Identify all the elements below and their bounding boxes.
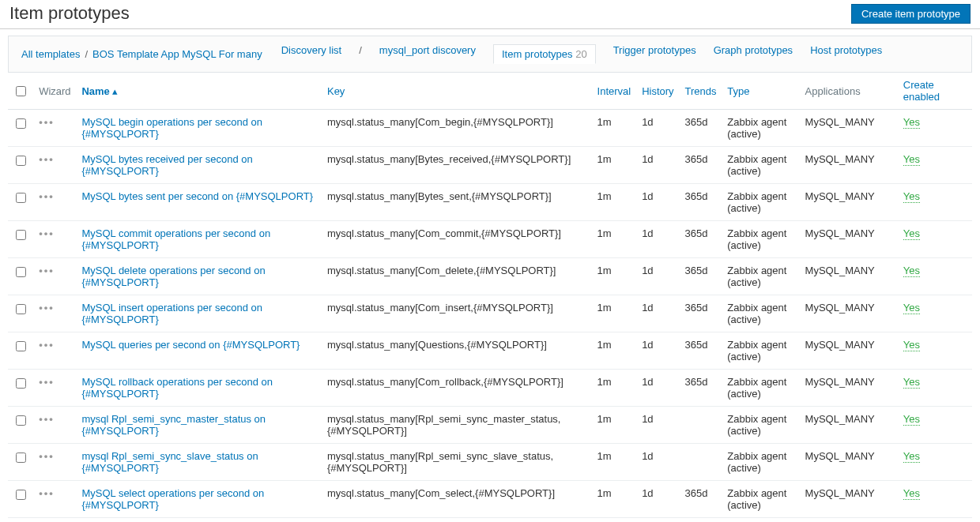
- row-checkbox[interactable]: [16, 193, 26, 203]
- row-name-link[interactable]: mysql Rpl_semi_sync_slave_status on {#MY…: [81, 450, 258, 474]
- row-checkbox[interactable]: [16, 267, 26, 277]
- col-name[interactable]: Name ▴: [81, 85, 118, 97]
- row-enabled-link[interactable]: Yes: [903, 265, 920, 277]
- row-wizard-icon[interactable]: •••: [39, 265, 55, 276]
- row-wizard-icon[interactable]: •••: [39, 450, 55, 462]
- row-name-link[interactable]: MySQL begin operations per second on {#M…: [81, 116, 262, 140]
- col-history[interactable]: History: [642, 85, 673, 97]
- row-wizard-icon[interactable]: •••: [39, 153, 55, 165]
- tab-host-prototypes[interactable]: Host prototypes: [810, 44, 882, 64]
- row-checkbox[interactable]: [16, 304, 26, 314]
- tab-item-prototypes-label: Item prototypes: [502, 48, 573, 60]
- table-row: ••• MySQL commit operations per second o…: [8, 221, 972, 258]
- row-wizard-icon[interactable]: •••: [39, 376, 55, 388]
- tab-discovery[interactable]: mysql_port discovery: [379, 44, 476, 64]
- row-applications: MySQL_MANY: [801, 481, 899, 518]
- tab-discovery-list[interactable]: Discovery list: [281, 44, 342, 64]
- breadcrumb-sep: /: [359, 44, 362, 64]
- create-item-prototype-button[interactable]: Create item prototype: [851, 4, 971, 24]
- row-checkbox[interactable]: [16, 341, 26, 351]
- row-interval: 1m: [593, 295, 638, 332]
- row-enabled-link[interactable]: Yes: [903, 116, 920, 129]
- row-trends: 365d: [680, 184, 722, 221]
- tab-item-prototypes[interactable]: Item prototypes 20: [493, 44, 596, 64]
- row-key: mysql.status_many[Com_commit,{#MYSQLPORT…: [322, 221, 593, 258]
- row-type: Zabbix agent (active): [722, 332, 800, 370]
- row-history: 1d: [637, 444, 680, 481]
- row-wizard-icon[interactable]: •••: [39, 227, 55, 239]
- row-key: mysql.status_many[Com_begin,{#MYSQLPORT}…: [322, 110, 593, 147]
- row-wizard-icon[interactable]: •••: [39, 190, 55, 202]
- col-trends[interactable]: Trends: [684, 85, 716, 97]
- select-all-checkbox[interactable]: [16, 86, 26, 96]
- row-name-link[interactable]: MySQL bytes sent per second on {#MYSQLPO…: [81, 190, 313, 202]
- row-enabled-link[interactable]: Yes: [903, 153, 920, 166]
- col-type[interactable]: Type: [727, 85, 749, 97]
- row-trends: 365d: [680, 332, 722, 370]
- row-history: 1d: [637, 147, 680, 184]
- row-wizard-icon[interactable]: •••: [39, 302, 55, 314]
- row-applications: MySQL_MANY: [801, 258, 899, 295]
- row-enabled-link[interactable]: Yes: [903, 339, 920, 351]
- row-checkbox[interactable]: [16, 490, 26, 500]
- breadcrumb-all-templates[interactable]: All templates: [21, 48, 80, 60]
- row-checkbox[interactable]: [16, 230, 26, 240]
- row-history: 1d: [637, 295, 680, 332]
- row-interval: 1m: [593, 110, 638, 147]
- row-applications: MySQL_MANY: [801, 110, 899, 147]
- row-wizard-icon[interactable]: •••: [39, 339, 55, 351]
- col-interval[interactable]: Interval: [597, 85, 631, 97]
- col-applications: Applications: [801, 73, 899, 110]
- row-applications: MySQL_MANY: [801, 147, 899, 184]
- row-enabled-link[interactable]: Yes: [903, 190, 920, 203]
- row-wizard-icon[interactable]: •••: [39, 487, 55, 499]
- row-name-link[interactable]: MySQL insert operations per second on {#…: [81, 302, 262, 325]
- row-name-link[interactable]: MySQL queries per second on {#MYSQLPORT}: [81, 339, 300, 351]
- row-checkbox[interactable]: [16, 156, 26, 166]
- row-trends: [680, 407, 722, 444]
- page-title: Item prototypes: [9, 3, 130, 24]
- row-name-link[interactable]: MySQL commit operations per second on {#…: [81, 227, 270, 251]
- row-trends: 365d: [680, 370, 722, 407]
- tab-trigger-prototypes[interactable]: Trigger prototypes: [613, 44, 696, 64]
- table-row: ••• MySQL begin operations per second on…: [8, 110, 972, 147]
- row-type: Zabbix agent (active): [722, 295, 800, 332]
- row-applications: MySQL_MANY: [801, 332, 899, 370]
- tab-graph-prototypes[interactable]: Graph prototypes: [714, 44, 793, 64]
- row-enabled-link[interactable]: Yes: [903, 376, 920, 389]
- row-checkbox[interactable]: [16, 378, 26, 389]
- row-checkbox[interactable]: [16, 415, 26, 426]
- col-key[interactable]: Key: [327, 85, 345, 97]
- row-trends: 365d: [680, 481, 722, 518]
- row-name-link[interactable]: MySQL select operations per second on {#…: [81, 487, 264, 511]
- row-name-link[interactable]: MySQL delete operations per second on {#…: [81, 265, 265, 288]
- row-name-link[interactable]: MySQL rollback operations per second on …: [81, 376, 273, 400]
- row-name-link[interactable]: MySQL bytes received per second on {#MYS…: [81, 153, 252, 177]
- breadcrumb-template[interactable]: BOS Template App MySQL For many: [92, 48, 262, 60]
- row-type: Zabbix agent (active): [722, 147, 800, 184]
- row-key: mysql.status_many[Com_rollback,{#MYSQLPO…: [322, 370, 593, 407]
- row-trends: 365d: [680, 295, 722, 332]
- row-trends: 365d: [680, 258, 722, 295]
- row-type: Zabbix agent (active): [722, 258, 800, 295]
- row-enabled-link[interactable]: Yes: [903, 450, 920, 463]
- row-applications: MySQL_MANY: [801, 518, 899, 523]
- col-create-enabled[interactable]: Create enabled: [903, 79, 940, 103]
- row-history: 1d: [637, 407, 680, 444]
- row-enabled-link[interactable]: Yes: [903, 413, 920, 426]
- row-checkbox[interactable]: [16, 118, 26, 129]
- row-wizard-icon[interactable]: •••: [39, 413, 55, 425]
- row-checkbox[interactable]: [16, 453, 26, 463]
- table-row: ••• MySQL insert operations per second o…: [8, 295, 972, 332]
- breadcrumb-sep: /: [85, 48, 88, 60]
- row-key: mysql.status_many[Bytes_sent,{#MYSQLPORT…: [322, 184, 593, 221]
- row-enabled-link[interactable]: Yes: [903, 487, 920, 500]
- row-name-link[interactable]: mysql Rpl_semi_sync_master_status on {#M…: [81, 413, 266, 437]
- table-row: ••• MySQL bytes received per second on {…: [8, 147, 972, 184]
- row-key: mysql.status_many[Rpl_semi_sync_slave_st…: [322, 444, 593, 481]
- row-enabled-link[interactable]: Yes: [903, 227, 920, 240]
- row-wizard-icon[interactable]: •••: [39, 116, 55, 128]
- table-row: ••• MySQL queries per second on {#MYSQLP…: [8, 332, 972, 370]
- row-enabled-link[interactable]: Yes: [903, 302, 920, 314]
- row-applications: MySQL_MANY: [801, 295, 899, 332]
